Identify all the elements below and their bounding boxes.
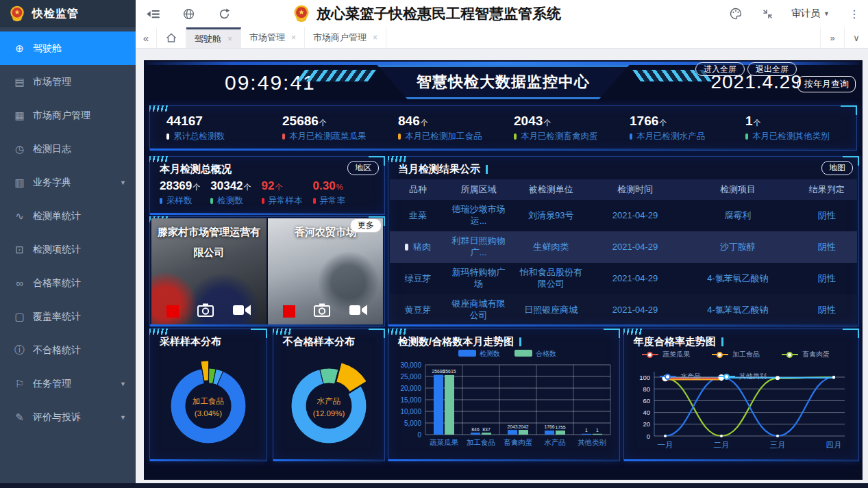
table-row[interactable]: 猪肉利群日照购物广...生鲜肉类2021-04-29沙丁胺醇阴性 bbox=[390, 231, 857, 263]
legend-dot bbox=[723, 374, 730, 380]
stat-label: 本月已检测蔬菜瓜果 bbox=[282, 131, 398, 142]
bar-蔬菜瓜果-检测数[interactable] bbox=[434, 375, 443, 435]
emblem-icon bbox=[8, 5, 26, 23]
sidebar-item-不合格统计[interactable]: ⓘ不合格统计 bbox=[0, 333, 136, 367]
sidebar-item-检测项统计[interactable]: ⊡检测项统计 bbox=[0, 233, 136, 266]
tab-市场商户管理[interactable]: 市场商户管理× bbox=[305, 27, 386, 48]
snapshot-camera-icon[interactable] bbox=[197, 303, 214, 320]
table-cell: 2021-04-29 bbox=[591, 302, 680, 319]
pie2-title: 不合格样本分布 bbox=[283, 335, 355, 348]
sidebar-item-任务管理[interactable]: ⚐任务管理▼ bbox=[0, 367, 136, 400]
tab-驾驶舱[interactable]: 驾驶舱× bbox=[186, 27, 241, 48]
more-cameras-button[interactable]: 更多 bbox=[350, 218, 382, 233]
yearly-line-chart[interactable]: 020406080100一月二月三月四月 bbox=[625, 347, 857, 459]
monthly-bar-chart[interactable]: 05,00010,00015,00020,00025,00030,0002568… bbox=[390, 347, 617, 459]
svg-text:蔬菜瓜果: 蔬菜瓜果 bbox=[430, 438, 459, 446]
tab-list: 驾驶舱×市场管理×市场商户管理× bbox=[186, 27, 386, 48]
bar-水产品-合格数[interactable] bbox=[556, 431, 565, 435]
tabs-scroll-right-icon[interactable]: » bbox=[820, 27, 844, 48]
bar-加工食品-合格数[interactable] bbox=[482, 433, 491, 435]
legend-item-畜禽肉蛋[interactable]: 畜禽肉蛋 bbox=[782, 350, 830, 359]
stat-label-text: 本月已检测水产品 bbox=[636, 131, 705, 142]
close-tab-icon[interactable]: × bbox=[373, 33, 377, 42]
sidebar-item-评价与投诉[interactable]: ✎评价与投诉▼ bbox=[0, 400, 136, 434]
legend-item-水产品[interactable]: 水产品 bbox=[660, 372, 701, 381]
edit-icon: ✎ bbox=[14, 411, 25, 424]
app-window: 快检监管 ⊕驾驶舱▤市场管理▦市场商户管理◷检测日志▥业务字典▼∿检测单统计⊡检… bbox=[0, 0, 868, 488]
table-row[interactable]: 黄豆芽银座商城有限公司日照银座商城2021-04-294-氯苯氧乙酸钠阴性 bbox=[390, 294, 857, 326]
table-row[interactable]: 韭菜德瑞沙墩市场运...刘清泉93号2021-04-29腐霉利阴性 bbox=[390, 200, 857, 231]
column-header: 所属区域 bbox=[446, 181, 511, 198]
close-tab-icon[interactable]: × bbox=[227, 34, 232, 44]
exit-fullscreen-icon[interactable] bbox=[760, 0, 775, 27]
table-row[interactable]: 绿豆芽新玛特购物广场怡和食品股份有限公司2021-04-294-氯苯氧乙酸钠阴性 bbox=[390, 263, 857, 294]
stat-number: 2043 bbox=[514, 114, 543, 128]
table-cell: 腐霉利 bbox=[680, 207, 797, 224]
sidebar-item-业务字典[interactable]: ▥业务字典▼ bbox=[0, 166, 136, 199]
camera-controls bbox=[268, 303, 383, 320]
close-tab-icon[interactable]: × bbox=[291, 33, 296, 42]
sidebar-item-市场商户管理[interactable]: ▦市场商户管理 bbox=[0, 99, 136, 132]
sidebar-item-合格率统计[interactable]: ∞合格率统计 bbox=[0, 266, 136, 300]
svg-text:60: 60 bbox=[643, 397, 650, 404]
record-stop-icon[interactable] bbox=[166, 305, 179, 318]
bar-畜禽肉蛋-检测数[interactable] bbox=[508, 430, 517, 435]
tabs-dropdown-icon[interactable]: ∨ bbox=[844, 27, 868, 48]
sidebar-item-市场管理[interactable]: ▤市场管理 bbox=[0, 65, 136, 99]
sidebar-item-检测单统计[interactable]: ∿检测单统计 bbox=[0, 199, 136, 233]
sidebar-item-label: 合格率统计 bbox=[33, 277, 81, 290]
tabs-scroll-left-icon[interactable]: « bbox=[136, 27, 156, 48]
video-camera-icon[interactable] bbox=[232, 303, 251, 320]
legend-swatch-检测数[interactable] bbox=[458, 350, 476, 357]
monthly-overview-panel: 本月检测总概况 地区 28369个采样数30342个检测数92个异常样本0.30… bbox=[149, 156, 385, 215]
table-cell: 新玛特购物广场 bbox=[446, 264, 511, 293]
legend-item-蔬菜瓜果[interactable]: 蔬菜瓜果 bbox=[642, 350, 690, 359]
stat-unit: 个 bbox=[319, 118, 327, 127]
pie1-title: 采样样本分布 bbox=[160, 335, 221, 348]
query-by-month-button[interactable]: 按年月查询 bbox=[797, 76, 856, 92]
bar-其他类别-合格数[interactable] bbox=[593, 434, 602, 435]
topbar-left-icons bbox=[145, 0, 232, 27]
tab-市场管理[interactable]: 市场管理× bbox=[241, 27, 305, 48]
line-series-水产品[interactable] bbox=[665, 377, 834, 436]
failed-distribution-donut-chart[interactable]: 水产品(12.09%) bbox=[277, 350, 380, 458]
stat-label: 本月已检测其他类别 bbox=[745, 131, 861, 142]
globe-language-icon[interactable] bbox=[181, 0, 196, 27]
snapshot-camera-icon[interactable] bbox=[313, 303, 331, 320]
window-bottom-strip bbox=[0, 483, 868, 488]
map-button[interactable]: 地图 bbox=[821, 161, 853, 175]
legend-label: 其他类别 bbox=[739, 372, 767, 381]
bar-其他类别-检测数[interactable] bbox=[582, 434, 591, 435]
title-accent-bar bbox=[721, 337, 723, 346]
sample-distribution-donut-chart[interactable]: 加工食品(3.04%) bbox=[157, 350, 260, 458]
sidebar-item-覆盖率统计[interactable]: ▢覆盖率统计 bbox=[0, 300, 136, 333]
user-menu[interactable]: 审计员 ▼ bbox=[791, 8, 830, 20]
video-camera-icon[interactable] bbox=[349, 303, 368, 320]
refresh-icon[interactable] bbox=[216, 0, 232, 27]
theme-palette-icon[interactable] bbox=[728, 0, 743, 27]
region-button[interactable]: 地区 bbox=[347, 161, 379, 175]
legend-swatch-合格数[interactable] bbox=[514, 350, 532, 357]
sidebar-item-驾驶舱[interactable]: ⊕驾驶舱 bbox=[0, 31, 136, 65]
svg-text:水产品: 水产品 bbox=[317, 397, 341, 405]
collapse-sidebar-icon[interactable] bbox=[145, 0, 160, 27]
camera-feed[interactable]: 滕家村市场管理运营有限公司 bbox=[151, 218, 266, 324]
svg-text:2042: 2042 bbox=[518, 424, 528, 429]
record-stop-icon[interactable] bbox=[283, 305, 295, 318]
more-options-icon[interactable]: ⋮ bbox=[846, 8, 863, 21]
bar-蔬菜瓜果-合格数[interactable] bbox=[445, 375, 454, 435]
column-header: 检测项目 bbox=[680, 181, 797, 198]
sidebar-item-检测日志[interactable]: ◷检测日志 bbox=[0, 132, 136, 166]
bar-加工食品-检测数[interactable] bbox=[471, 433, 480, 435]
bar-水产品-检测数[interactable] bbox=[545, 431, 554, 435]
home-tab-icon[interactable] bbox=[156, 27, 186, 48]
camera-feed[interactable]: 香河农贸市场 bbox=[268, 218, 383, 324]
stat-item: 2043个本月已检测畜禽肉蛋 bbox=[514, 114, 630, 142]
stat-label-text: 本月已检测其他类别 bbox=[752, 131, 830, 142]
bar-畜禽肉蛋-合格数[interactable] bbox=[519, 430, 528, 435]
svg-text:20,000: 20,000 bbox=[400, 385, 421, 392]
legend-item-其他类别[interactable]: 其他类别 bbox=[719, 372, 767, 381]
table-cell: 猪肉 bbox=[390, 239, 446, 256]
stat-label: 本月已检测水产品 bbox=[630, 131, 745, 142]
legend-item-加工食品[interactable]: 加工食品 bbox=[712, 350, 760, 359]
